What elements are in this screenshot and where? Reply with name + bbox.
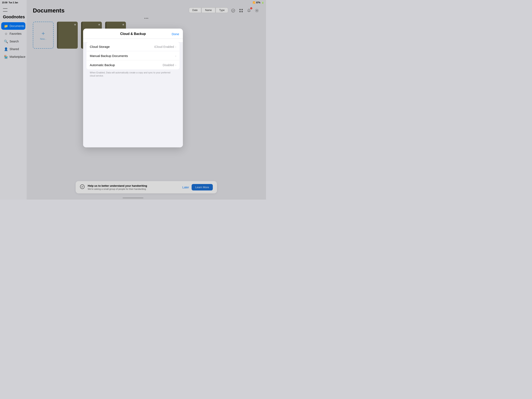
automatic-backup-value: Disabled ›	[163, 63, 176, 66]
cloud-storage-row[interactable]: Cloud Storage iCloud Enabled ›	[86, 42, 180, 51]
date: Tue 2 Jan	[9, 1, 18, 4]
manual-backup-row[interactable]: Manual Backup Documents ›	[86, 51, 180, 60]
cloud-backup-modal: Cloud & Backup Done Cloud Storage iCloud…	[83, 29, 183, 148]
manual-backup-value: ›	[175, 54, 176, 57]
chevron-right-icon-3: ›	[175, 63, 176, 66]
automatic-backup-hint: When Enabled, Data will automatically cr…	[83, 70, 183, 81]
wifi-icon: 📶	[253, 1, 255, 4]
chevron-right-icon-2: ›	[175, 54, 176, 57]
battery-icon: 🔋	[261, 1, 264, 4]
battery-level: 87%	[256, 1, 260, 4]
settings-group: Cloud Storage iCloud Enabled › Manual Ba…	[86, 42, 180, 70]
modal-title: Cloud & Backup	[120, 32, 146, 36]
manual-backup-label: Manual Backup Documents	[90, 54, 128, 58]
modal-body: Cloud Storage iCloud Enabled › Manual Ba…	[83, 42, 183, 148]
time: 23:59	[2, 1, 7, 4]
status-left: 23:59 Tue 2 Jan	[2, 1, 18, 4]
status-right: 📶 87% 🔋	[253, 1, 264, 4]
status-bar: 23:59 Tue 2 Jan 📶 87% 🔋	[0, 0, 266, 5]
modal-spacer	[83, 81, 183, 147]
modal-done-button[interactable]: Done	[172, 32, 179, 36]
modal-header: Cloud & Backup Done	[83, 29, 183, 39]
automatic-backup-label: Automatic Backup	[90, 63, 115, 67]
cloud-storage-value: iCloud Enabled ›	[154, 45, 176, 48]
cloud-storage-label: Cloud Storage	[90, 45, 110, 48]
automatic-backup-status: Disabled	[163, 63, 174, 66]
automatic-backup-row[interactable]: Automatic Backup Disabled ›	[86, 60, 180, 70]
cloud-storage-status: iCloud Enabled	[154, 45, 174, 48]
chevron-right-icon-1: ›	[175, 45, 176, 48]
